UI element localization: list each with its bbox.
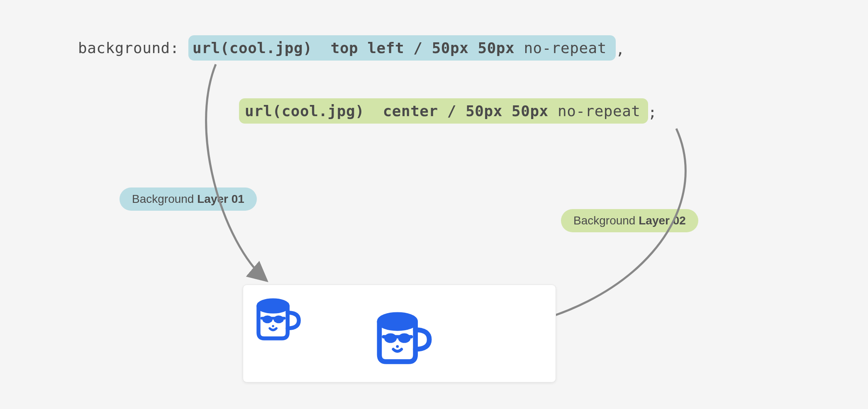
- svg-point-2: [273, 315, 283, 323]
- svg-point-5: [384, 333, 397, 343]
- svg-point-7: [396, 345, 399, 348]
- svg-point-3: [272, 325, 274, 327]
- layer1-url: url(cool.jpg): [193, 39, 312, 56]
- layer1-badge-prefix: Background: [132, 192, 197, 205]
- layer1-comma: ,: [616, 41, 625, 58]
- layer2-semicolon: ;: [648, 104, 657, 121]
- preview-box: [243, 285, 556, 382]
- svg-point-1: [262, 315, 272, 323]
- svg-point-6: [398, 333, 410, 343]
- layer1-highlight: url(cool.jpg) top left / 50px 50px no-re…: [188, 35, 616, 61]
- layer1-repeat: no-repeat: [524, 39, 607, 56]
- code-line-1: background: url(cool.jpg) top left / 50p…: [78, 35, 625, 61]
- layer2-repeat: no-repeat: [558, 102, 641, 119]
- svg-point-4: [379, 314, 415, 328]
- mug-icon-center: [366, 301, 435, 370]
- css-property: background:: [78, 39, 179, 56]
- svg-point-0: [258, 300, 288, 312]
- layer1-position: top left / 50px 50px: [331, 39, 514, 56]
- mug-icon-topleft: [247, 289, 303, 345]
- arrow-layer1: [197, 60, 322, 292]
- layer2-position: center / 50px 50px: [383, 102, 549, 119]
